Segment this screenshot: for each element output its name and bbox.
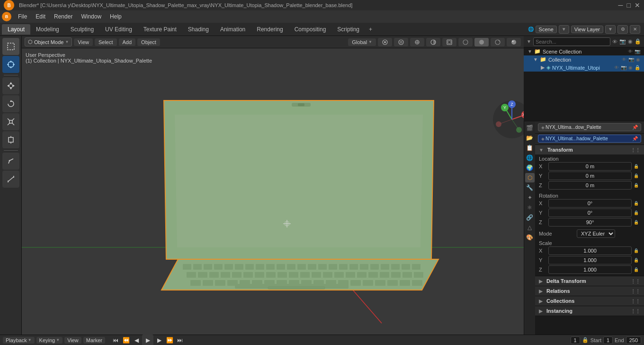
collections-header[interactable]: ▶ Collections ⋮⋮ bbox=[535, 296, 644, 306]
prop-data-icon[interactable]: △ bbox=[525, 223, 535, 232]
loc-y-lock[interactable]: 🔒 bbox=[634, 173, 640, 178]
delta-options-icon[interactable]: ⋮⋮ bbox=[631, 279, 640, 284]
view-menu-button[interactable]: View bbox=[74, 38, 93, 46]
xray-button[interactable] bbox=[442, 38, 456, 46]
add-workspace-button[interactable]: + bbox=[365, 24, 376, 35]
close-area-button[interactable]: ✕ bbox=[630, 25, 640, 34]
close-button[interactable]: ✕ bbox=[635, 1, 640, 9]
prop-view-layer-icon[interactable]: 📋 bbox=[525, 143, 535, 153]
scene-selector[interactable]: Scene bbox=[536, 26, 557, 33]
menu-edit[interactable]: Edit bbox=[32, 12, 49, 21]
collections-options-icon[interactable]: ⋮⋮ bbox=[631, 299, 640, 304]
jump-start-button[interactable]: ⏮ bbox=[111, 336, 120, 345]
viewport-content[interactable]: X Y Z bbox=[22, 48, 524, 335]
scale-tool[interactable] bbox=[2, 113, 19, 130]
next-frame-button[interactable]: ▶ bbox=[154, 336, 164, 345]
prop-modifier-icon[interactable]: 🔧 bbox=[525, 183, 535, 192]
rot-x-field[interactable]: 0° bbox=[548, 199, 632, 208]
outliner-hide-icon[interactable]: 🔒 bbox=[635, 38, 641, 45]
tab-animation[interactable]: Animation bbox=[215, 24, 251, 35]
loc-y-field[interactable]: 0 m bbox=[548, 172, 632, 180]
tab-sculpting[interactable]: Sculpting bbox=[65, 24, 99, 35]
transform-tool[interactable] bbox=[2, 131, 19, 148]
scale-y-lock[interactable]: 🔒 bbox=[634, 258, 640, 263]
prop-object2-selector[interactable]: ◈ NYX_Ultimat...hadow_Palette 📌 bbox=[538, 135, 641, 143]
prop-constraints-icon[interactable]: 🔗 bbox=[525, 213, 535, 222]
object-mode-dropdown[interactable]: ⬡ Object Mode ▼ bbox=[25, 37, 72, 46]
current-frame-field[interactable]: 1 bbox=[571, 336, 580, 344]
mode-select[interactable]: XYZ Euler bbox=[577, 229, 615, 238]
render-options-button[interactable]: ⚙ bbox=[617, 25, 628, 34]
col-eye[interactable]: 👁 bbox=[622, 57, 626, 62]
instancing-options-icon[interactable]: ⋮⋮ bbox=[631, 309, 640, 314]
transform-options-icon[interactable]: ⋮⋮ bbox=[631, 147, 640, 153]
obj-cam[interactable]: 📷 bbox=[621, 65, 626, 70]
rot-y-lock[interactable]: 🔒 bbox=[634, 210, 640, 215]
blender-menu-logo[interactable]: B bbox=[2, 12, 11, 21]
prop-scene-icon[interactable]: 🌐 bbox=[525, 153, 535, 163]
scene-col-eye[interactable]: 👁 bbox=[628, 49, 633, 54]
rotate-tool[interactable] bbox=[2, 95, 19, 112]
rendered-shading[interactable] bbox=[507, 38, 521, 46]
scale-y-field[interactable]: 1.000 bbox=[548, 256, 632, 264]
rot-y-field[interactable]: 0° bbox=[548, 209, 632, 217]
prop-render-icon[interactable]: 🎬 bbox=[525, 123, 535, 133]
minimize-button[interactable]: ─ bbox=[618, 1, 623, 9]
tab-rendering[interactable]: Rendering bbox=[251, 24, 288, 35]
scale-z-field[interactable]: 1.000 bbox=[548, 265, 632, 274]
menu-help[interactable]: Help bbox=[106, 12, 125, 21]
rot-x-lock[interactable]: 🔒 bbox=[634, 201, 640, 206]
solid-shading[interactable] bbox=[474, 38, 489, 46]
rot-z-lock[interactable]: 🔒 bbox=[634, 220, 640, 225]
rot-z-field[interactable]: 90° bbox=[548, 218, 632, 227]
view-layer-selector[interactable]: View Layer bbox=[571, 26, 603, 33]
add-menu-button[interactable]: Add bbox=[119, 38, 136, 46]
menu-file[interactable]: File bbox=[14, 12, 31, 21]
instancing-header[interactable]: ▶ Instancing ⋮⋮ bbox=[535, 306, 644, 316]
outliner-search-input[interactable] bbox=[533, 37, 610, 46]
outliner-select-icon[interactable]: ◉ bbox=[628, 38, 633, 45]
end-frame-field[interactable]: 250 bbox=[626, 336, 641, 344]
snap-button[interactable] bbox=[378, 38, 392, 46]
wireframe-shading[interactable] bbox=[458, 38, 473, 46]
measure-tool[interactable] bbox=[2, 171, 19, 188]
jump-end-button[interactable]: ⏭ bbox=[175, 336, 185, 345]
prev-frame-button[interactable]: ◀ bbox=[132, 336, 141, 345]
menu-window[interactable]: Window bbox=[77, 12, 105, 21]
next-keyframe-button[interactable]: ⏩ bbox=[165, 336, 174, 345]
viewport[interactable]: ⬡ Object Mode ▼ View Select Add Object G… bbox=[22, 36, 524, 335]
obj-sel[interactable]: ◉ bbox=[628, 65, 633, 70]
loc-z-lock[interactable]: 🔒 bbox=[634, 183, 640, 188]
start-frame-field[interactable]: 1 bbox=[603, 336, 613, 344]
prop-pin-icon[interactable]: 📌 bbox=[632, 125, 638, 130]
prev-keyframe-button[interactable]: ⏪ bbox=[121, 336, 131, 345]
prop-material-icon[interactable]: 🎨 bbox=[525, 233, 535, 242]
transform-section-header[interactable]: ▼ Transform ⋮⋮ bbox=[535, 145, 644, 154]
move-tool[interactable] bbox=[2, 77, 19, 94]
maximize-button[interactable]: □ bbox=[627, 1, 631, 9]
outliner-collection[interactable]: ▼ 📁 Collection 👁 📷 ◉ bbox=[524, 55, 644, 64]
delta-transform-header[interactable]: ▶ Delta Transform ⋮⋮ bbox=[535, 276, 644, 286]
play-button[interactable]: ▶ bbox=[142, 335, 153, 345]
outliner-scene-collection[interactable]: ▼ 📁 Scene Collection 👁 📷 bbox=[524, 47, 644, 55]
tab-modeling[interactable]: Modeling bbox=[30, 24, 65, 35]
loc-z-field[interactable]: 0 m bbox=[548, 181, 632, 190]
col-cam[interactable]: 📷 bbox=[628, 57, 634, 62]
material-preview-shading[interactable] bbox=[491, 38, 505, 46]
cursor-tool[interactable] bbox=[2, 56, 19, 73]
scene-col-cam[interactable]: 📷 bbox=[635, 49, 640, 54]
menu-render[interactable]: Render bbox=[50, 12, 76, 21]
show-gizmo-button[interactable] bbox=[410, 38, 424, 46]
outliner-eye-icon[interactable]: 👁 bbox=[612, 39, 617, 45]
keying-menu[interactable]: Keying ▼ bbox=[36, 337, 63, 344]
obj-eye[interactable]: 👁 bbox=[614, 65, 619, 70]
prop-pin2-icon[interactable]: 📌 bbox=[632, 136, 638, 141]
scale-x-lock[interactable]: 🔒 bbox=[634, 248, 640, 253]
prop-output-icon[interactable]: 📂 bbox=[525, 133, 535, 143]
view-menu[interactable]: View bbox=[64, 337, 81, 344]
prop-particles-icon[interactable]: ✦ bbox=[525, 193, 535, 202]
tab-uv-editing[interactable]: UV Editing bbox=[99, 24, 138, 35]
col-sel[interactable]: ◉ bbox=[636, 57, 640, 62]
transform-orientation-button[interactable]: Global ▼ bbox=[348, 38, 376, 46]
proportional-edit-button[interactable] bbox=[394, 38, 408, 46]
